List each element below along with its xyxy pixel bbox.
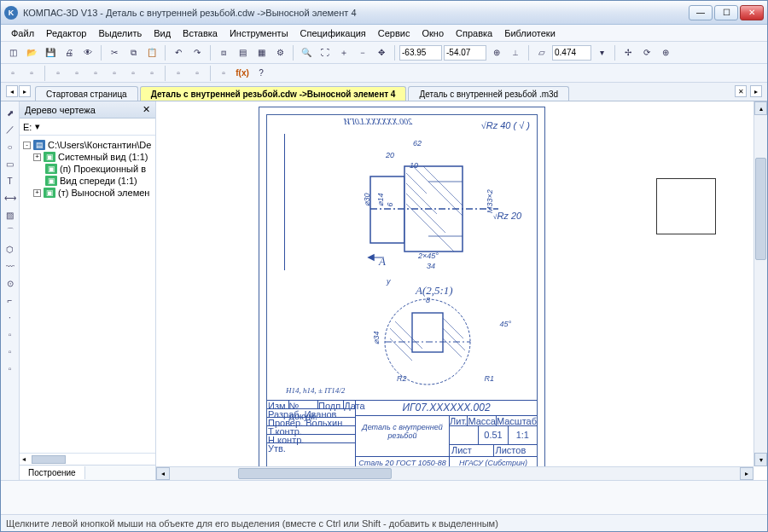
lt-pt-icon[interactable]: · [3, 309, 18, 325]
t2-j-icon[interactable]: ▫ [189, 65, 206, 82]
hscroll-thumb[interactable] [238, 468, 392, 479]
lt-spline-icon[interactable]: 〰 [3, 258, 18, 274]
coord-y[interactable] [444, 45, 486, 61]
expand-icon[interactable]: + [33, 189, 41, 197]
model-icon[interactable]: ⧈ [215, 44, 232, 61]
tree-item[interactable]: + ▣ Системный вид (1:1) [21, 151, 154, 163]
canvas-vscroll[interactable]: ▴ ▾ [753, 101, 767, 466]
tree-item[interactable]: + ▣ (т) Выносной элемен [21, 187, 154, 199]
paste-icon[interactable]: 📋 [143, 44, 160, 61]
lt-line-icon[interactable]: ／ [3, 122, 18, 137]
t2-g-icon[interactable]: ▫ [125, 65, 142, 82]
libs-icon[interactable]: ▤ [234, 44, 251, 61]
scroll-thumb[interactable] [32, 455, 66, 464]
close-button[interactable]: ✕ [740, 5, 764, 20]
sidebar-tab-build[interactable]: Построение [20, 466, 85, 479]
grid-icon[interactable]: ▦ [253, 44, 270, 61]
preview-icon[interactable]: 👁 [79, 44, 96, 61]
lt-dim-icon[interactable]: ⟷ [3, 190, 18, 205]
vscroll-thumb[interactable] [755, 158, 766, 260]
scroll-up-icon[interactable]: ▴ [754, 101, 767, 115]
lt-c-icon[interactable]: ▫ [3, 361, 18, 376]
scroll-down-icon[interactable]: ▾ [754, 453, 767, 466]
zoom-field[interactable] [552, 45, 591, 61]
save-icon[interactable]: 💾 [42, 44, 59, 61]
t2-help-icon[interactable]: ? [253, 65, 270, 82]
t2-i-icon[interactable]: ▫ [170, 65, 187, 82]
menu-edit[interactable]: Редактор [41, 26, 91, 40]
tool-a-icon[interactable]: ▱ [533, 44, 550, 61]
cut-icon[interactable]: ✂ [106, 44, 123, 61]
command-panel[interactable] [1, 480, 767, 514]
menu-service[interactable]: Сервис [373, 26, 416, 40]
lt-hatch-icon[interactable]: ▨ [3, 207, 18, 223]
tab-drawing[interactable]: Деталь с внутренней резьбой.cdw ->Выносн… [140, 86, 407, 101]
menu-select[interactable]: Выделить [93, 26, 147, 40]
drawing-canvas[interactable]: 200.XXXXXX.L0ГИ √Rz 40 ( √ ) [156, 101, 767, 480]
tree-dropdown-icon[interactable]: ▾ [35, 121, 40, 132]
menu-file[interactable]: Файл [6, 26, 39, 40]
lt-arrow-icon[interactable]: ⬈ [3, 105, 18, 120]
zoom-icon[interactable]: 🔍 [298, 44, 315, 61]
tab-model[interactable]: Деталь с внутренней резьбой .m3d [408, 86, 569, 101]
more-icon[interactable]: ⊕ [657, 44, 674, 61]
maximize-button[interactable]: ☐ [714, 5, 738, 20]
open-icon[interactable]: 📂 [23, 44, 40, 61]
dropdown-icon[interactable]: ▾ [593, 44, 610, 61]
lt-b-icon[interactable]: ▫ [3, 344, 18, 359]
menu-help[interactable]: Справка [451, 26, 497, 40]
tab-next-icon[interactable]: ▸ [19, 85, 31, 97]
scroll-right-icon[interactable]: ▸ [740, 467, 753, 480]
t2-d-icon[interactable]: ▫ [68, 65, 85, 82]
drawing-tree[interactable]: - ▤ C:\Users\Константин\De + ▣ Системный… [20, 136, 155, 453]
canvas-hscroll[interactable]: ◂ ▸ [156, 466, 753, 480]
t2-c-icon[interactable]: ▫ [49, 65, 67, 82]
expand-icon[interactable]: + [33, 153, 41, 161]
menu-window[interactable]: Окно [416, 26, 449, 40]
expand-icon[interactable]: - [23, 142, 31, 149]
t2-f-icon[interactable]: ▫ [106, 65, 123, 82]
t2-k-icon[interactable]: ▫ [215, 65, 232, 82]
tab-prev-icon[interactable]: ◂ [6, 85, 18, 97]
snap-icon[interactable]: ⊕ [488, 44, 505, 61]
redo-icon[interactable]: ↷ [189, 44, 206, 61]
move-icon[interactable]: ✢ [620, 44, 637, 61]
scroll-left-icon[interactable]: ◂ [20, 455, 28, 463]
coord-x[interactable] [399, 45, 442, 61]
print-icon[interactable]: 🖨 [61, 44, 78, 61]
scroll-left-icon[interactable]: ◂ [156, 467, 170, 480]
tree-close-icon[interactable]: ✕ [143, 104, 150, 115]
tab-start[interactable]: Стартовая страница [35, 86, 138, 101]
menu-libs[interactable]: Библиотеки [499, 26, 561, 40]
zoom-in-icon[interactable]: ＋ [335, 44, 352, 61]
lt-text-icon[interactable]: T [3, 173, 18, 188]
rotate-icon[interactable]: ⟳ [638, 44, 655, 61]
lt-poly-icon[interactable]: ⬡ [3, 241, 18, 257]
t2-fx-icon[interactable]: f(x) [234, 65, 251, 82]
lt-fil-icon[interactable]: ⌐ [3, 292, 18, 308]
menu-view[interactable]: Вид [148, 26, 176, 40]
minimize-button[interactable]: — [689, 5, 713, 20]
tree-root[interactable]: - ▤ C:\Users\Константин\De [21, 139, 154, 151]
lt-arc-icon[interactable]: ⌒ [3, 224, 18, 240]
tab-close-icon[interactable]: ✕ [735, 85, 747, 97]
vars-icon[interactable]: ⚙ [271, 44, 288, 61]
tree-item[interactable]: ▣ Вид спереди (1:1) [21, 175, 154, 187]
tab-list-icon[interactable]: ▸ [750, 85, 762, 97]
t2-a-icon[interactable]: ▫ [4, 65, 21, 82]
t2-e-icon[interactable]: ▫ [87, 65, 104, 82]
tree-hscroll[interactable]: ◂ [20, 453, 155, 465]
lt-a-icon[interactable]: ▫ [3, 327, 18, 342]
lt-rect-icon[interactable]: ▭ [3, 156, 18, 171]
lt-tan-icon[interactable]: ⊙ [3, 275, 18, 291]
new-icon[interactable]: ◫ [4, 44, 21, 61]
undo-icon[interactable]: ↶ [170, 44, 187, 61]
copy-icon[interactable]: ⧉ [125, 44, 142, 61]
menu-tools[interactable]: Инструменты [224, 26, 294, 40]
menu-spec[interactable]: Спецификация [295, 26, 371, 40]
t2-b-icon[interactable]: ▫ [23, 65, 40, 82]
zoom-fit-icon[interactable]: ⛶ [317, 44, 334, 61]
ortho-icon[interactable]: ⟂ [507, 44, 524, 61]
zoom-out-icon[interactable]: － [354, 44, 371, 61]
pan-icon[interactable]: ✥ [373, 44, 390, 61]
